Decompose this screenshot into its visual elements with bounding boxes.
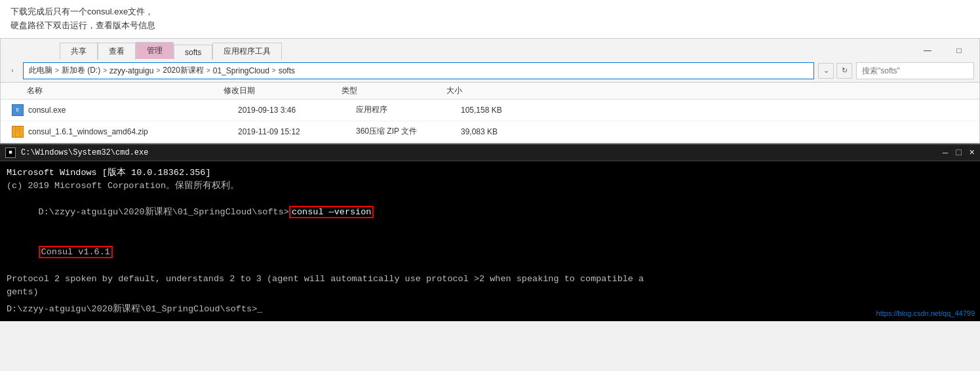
- file-name-consul-zip: consul_1.6.1_windows_amd64.zip: [28, 127, 238, 136]
- file-list: E consul.exe 2019-09-13 3:46 应用程序 105,15…: [1, 100, 979, 143]
- explorer-window: 共享 查看 管理 softs 应用程序工具 — □ › 此电脑 > 新加卷 (D…: [0, 39, 980, 144]
- col-header-size: 大小: [446, 85, 525, 96]
- cmd-line-5: Protocol 2 spoken by default, understand…: [7, 273, 973, 286]
- exe-icon: E: [11, 104, 24, 117]
- file-size-consul-zip: 39,083 KB: [461, 127, 539, 136]
- cmd-line-3: D:\zzyy-atguigu\2020新课程\01_SpringCloud\s…: [7, 193, 973, 233]
- tab-view[interactable]: 查看: [98, 43, 136, 60]
- cmd-window: ■ C:\Windows\System32\cmd.exe — □ × Micr…: [0, 144, 980, 322]
- cmd-close-button[interactable]: ×: [970, 147, 975, 158]
- cmd-prompt-1: D:\zzyy-atguigu\2020新课程\01_SpringCloud\s…: [39, 207, 289, 217]
- cmd-line-4: Consul v1.6.1: [7, 233, 973, 273]
- zip-icon: [11, 125, 24, 138]
- explorer-window-controls: — □: [912, 41, 979, 60]
- breadcrumb-softs: softs: [279, 66, 295, 75]
- search-input[interactable]: [856, 62, 974, 79]
- file-type-consul-zip: 360压缩 ZIP 文件: [356, 126, 461, 137]
- tab-apptool[interactable]: 应用程序工具: [212, 43, 282, 60]
- col-header-type: 类型: [342, 85, 446, 96]
- breadcrumb-cloud: 01_SpringCloud: [213, 66, 269, 75]
- breadcrumb-pc: 此电脑: [29, 65, 52, 76]
- back-button[interactable]: ›: [6, 64, 19, 77]
- file-list-header: 名称 修改日期 类型 大小: [1, 83, 979, 100]
- table-row[interactable]: consul_1.6.1_windows_amd64.zip 2019-11-0…: [1, 121, 979, 143]
- cmd-titlebar: ■ C:\Windows\System32\cmd.exe — □ ×: [0, 145, 980, 161]
- col-header-name: 名称: [1, 85, 224, 96]
- tab-share[interactable]: 共享: [60, 43, 98, 60]
- address-bar[interactable]: 此电脑 > 新加卷 (D:) > zzyy-atguigu > 2020新课程 …: [23, 62, 814, 79]
- cmd-minimize-button[interactable]: —: [943, 147, 948, 158]
- dropdown-button[interactable]: ⌄: [818, 63, 834, 79]
- cmd-line-6: gents): [7, 286, 973, 299]
- cmd-content[interactable]: Microsoft Windows [版本 10.0.18362.356] (c…: [0, 161, 980, 322]
- file-size-consul-exe: 105,158 KB: [461, 106, 539, 115]
- cmd-window-controls: — □ ×: [943, 147, 975, 158]
- breadcrumb-zzyy: zzyy-atguigu: [109, 66, 153, 75]
- cmd-app-icon: ■: [5, 147, 16, 158]
- breadcrumb: 此电脑 > 新加卷 (D:) > zzyy-atguigu > 2020新课程 …: [29, 65, 295, 76]
- address-controls: ⌄ ↻: [818, 63, 852, 79]
- cmd-line-7: D:\zzyy-atguigu\2020新课程\01_SpringCloud\s…: [7, 303, 973, 316]
- minimize-button[interactable]: —: [912, 41, 943, 60]
- address-row: › 此电脑 > 新加卷 (D:) > zzyy-atguigu > 2020新课…: [1, 60, 979, 83]
- ribbon-tabs: 共享 查看 管理 softs 应用程序工具 — □: [1, 39, 979, 60]
- consul-version-output: Consul v1.6.1: [39, 246, 113, 258]
- file-date-consul-zip: 2019-11-09 15:12: [238, 127, 356, 136]
- breadcrumb-2020: 2020新课程: [163, 65, 204, 76]
- cmd-line-2: (c) 2019 Microsoft Corporation。保留所有权利。: [7, 180, 973, 193]
- file-date-consul-exe: 2019-09-13 3:46: [238, 106, 356, 115]
- table-row[interactable]: E consul.exe 2019-09-13 3:46 应用程序 105,15…: [1, 100, 979, 121]
- cmd-line-1: Microsoft Windows [版本 10.0.18362.356]: [7, 166, 973, 180]
- annotation-line1: 下载完成后只有一个consul.exe文件，: [10, 5, 970, 19]
- cmd-title: C:\Windows\System32\cmd.exe: [21, 148, 148, 157]
- cmd-version-command: consul —version: [289, 206, 374, 218]
- cmd-titlebar-left: ■ C:\Windows\System32\cmd.exe: [5, 147, 148, 158]
- tab-manage[interactable]: 管理: [136, 42, 174, 60]
- file-name-consul-exe: consul.exe: [28, 106, 238, 115]
- col-header-date: 修改日期: [224, 85, 342, 96]
- tab-softs[interactable]: softs: [174, 45, 212, 60]
- cmd-maximize-button[interactable]: □: [956, 147, 961, 158]
- annotation-area: 下载完成后只有一个consul.exe文件， 硬盘路径下双击运行，查看版本号信息: [0, 0, 980, 39]
- maximize-button[interactable]: □: [944, 41, 974, 60]
- file-type-consul-exe: 应用程序: [356, 104, 461, 115]
- refresh-button[interactable]: ↻: [836, 63, 852, 79]
- cmd-footer-link: https://blog.csdn.net/qq_44799: [876, 309, 975, 317]
- breadcrumb-drive: 新加卷 (D:): [62, 65, 100, 76]
- annotation-line2: 硬盘路径下双击运行，查看版本号信息: [10, 19, 970, 33]
